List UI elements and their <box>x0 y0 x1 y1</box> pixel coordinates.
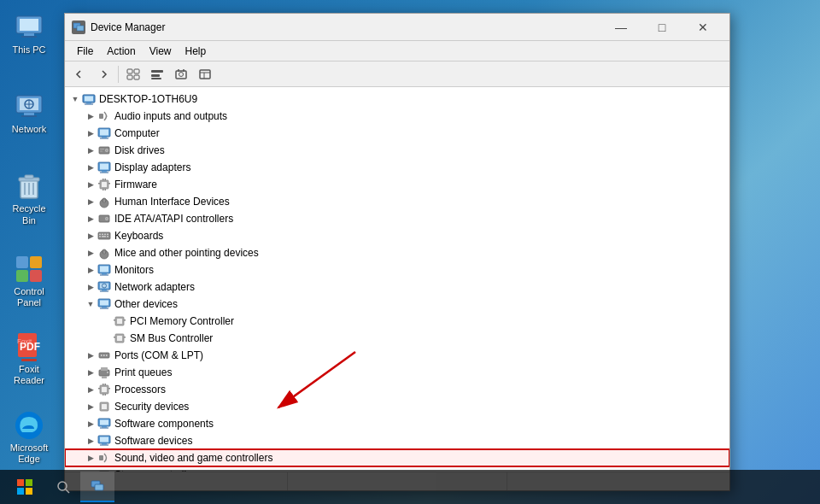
svg-rect-75 <box>99 234 101 236</box>
tree-item-sound-video[interactable]: ▶ Sound, video and game controllers <box>65 449 729 466</box>
disk-label: Disk drives <box>114 144 165 156</box>
security-expand: ▶ <box>84 400 97 413</box>
svg-rect-54 <box>100 149 104 149</box>
svg-rect-111 <box>101 367 108 371</box>
menu-file[interactable]: File <box>70 44 100 59</box>
svg-rect-65 <box>105 179 107 180</box>
tree-item-hid[interactable]: ▶ Human Interface Devices <box>65 193 729 210</box>
sound-video-expand: ▶ <box>84 451 97 465</box>
foxit-reader-label: Foxit Reader <box>5 364 53 386</box>
svg-rect-125 <box>100 420 108 425</box>
ide-expand: ▶ <box>84 212 97 226</box>
close-button[interactable]: ✕ <box>683 16 723 38</box>
toolbar-btn-5[interactable] <box>170 64 192 85</box>
tree-root[interactable]: ▼ DESKTOP-1OTH6U9 <box>65 91 729 108</box>
root-expand-icon: ▼ <box>68 92 82 106</box>
menu-action[interactable]: Action <box>100 44 142 59</box>
tree-item-smbus[interactable]: SM Bus Controller <box>65 330 729 347</box>
back-button[interactable] <box>68 64 91 85</box>
ports-label: Ports (COM & LPT) <box>114 349 203 361</box>
svg-rect-62 <box>98 183 100 185</box>
firmware-icon <box>97 178 111 191</box>
svg-rect-144 <box>17 488 24 495</box>
display-icon <box>97 161 111 174</box>
tree-item-ide[interactable]: ▶ IDE ATA/ATAPI controllers <box>65 210 729 227</box>
svg-point-36 <box>179 72 184 76</box>
start-button[interactable] <box>3 472 46 502</box>
software-devices-expand: ▶ <box>84 434 97 448</box>
tree-item-software-components[interactable]: ▶ Software components <box>65 415 729 432</box>
svg-point-113 <box>107 372 108 373</box>
svg-rect-109 <box>106 355 108 356</box>
disk-icon <box>97 144 111 157</box>
tree-item-firmware[interactable]: ▶ Firmware <box>65 176 729 193</box>
svg-rect-104 <box>114 337 115 338</box>
tree-item-mice[interactable]: ▶ Mice and other pointing devices <box>65 244 729 261</box>
network-adapters-expand: ▶ <box>84 280 97 294</box>
svg-rect-100 <box>114 319 115 321</box>
control-panel-icon[interactable]: Control Panel <box>2 250 56 312</box>
foxit-reader-icon[interactable]: PDF Foxit Foxit Reader <box>2 328 56 390</box>
svg-rect-93 <box>100 291 108 292</box>
tree-content[interactable]: ▼ DESKTOP-1OTH6U9 ▶ <box>65 87 729 472</box>
svg-rect-49 <box>102 137 107 138</box>
window-controls: — □ ✕ <box>601 16 723 38</box>
device-manager-window: Device Manager — □ ✕ File Action View He… <box>64 13 730 491</box>
title-bar: Device Manager — □ ✕ <box>65 14 729 41</box>
print-expand: ▶ <box>84 366 97 379</box>
tree-view: ▼ DESKTOP-1OTH6U9 ▶ <box>65 87 729 472</box>
other-devices-icon <box>97 297 111 311</box>
menu-view[interactable]: View <box>143 44 179 59</box>
tree-item-disk[interactable]: ▶ Disk drives <box>65 142 729 159</box>
ports-icon <box>97 349 111 362</box>
menu-help[interactable]: Help <box>179 44 214 59</box>
svg-rect-64 <box>102 179 104 180</box>
svg-rect-79 <box>99 236 101 237</box>
network-icon[interactable]: Network <box>2 88 56 138</box>
svg-rect-142 <box>17 479 24 486</box>
this-pc-icon[interactable]: This PC <box>2 9 56 59</box>
computer-expand: ▶ <box>84 126 97 140</box>
svg-rect-20 <box>30 270 42 282</box>
desktop: This PC Network <box>0 0 820 504</box>
tree-item-audio[interactable]: ▶ Audio inputs and outputs <box>65 108 729 125</box>
svg-rect-99 <box>117 319 122 324</box>
tree-item-security[interactable]: ▶ Security devices <box>65 398 729 415</box>
tree-item-keyboard[interactable]: ▶ Keyboards <box>65 227 729 244</box>
tree-item-computer[interactable]: ▶ Computer <box>65 125 729 142</box>
tree-item-processors[interactable]: ▶ Processors <box>65 381 729 398</box>
tree-item-ports[interactable]: ▶ Ports (COM & LPT) <box>65 347 729 364</box>
taskbar-device-manager[interactable] <box>80 472 114 502</box>
toolbar-btn-6[interactable] <box>194 64 216 85</box>
software-components-label: Software components <box>114 418 214 430</box>
microsoft-edge-icon[interactable]: Microsoft Edge <box>2 407 56 468</box>
svg-line-147 <box>66 489 69 493</box>
svg-rect-30 <box>127 75 132 79</box>
forward-button[interactable] <box>92 64 114 85</box>
recycle-bin-icon[interactable]: Recycle Bin <box>2 167 56 229</box>
svg-rect-92 <box>102 290 107 291</box>
svg-rect-29 <box>134 69 139 73</box>
keyboard-icon <box>97 229 111 243</box>
mice-icon <box>97 246 111 260</box>
tree-item-pci[interactable]: PCI Memory Controller <box>65 313 729 330</box>
taskbar-search[interactable] <box>46 472 80 502</box>
tree-item-other-devices[interactable]: ▼ Other devices <box>65 296 729 313</box>
toolbar-btn-4[interactable] <box>146 64 168 85</box>
svg-rect-63 <box>108 183 110 185</box>
maximize-button[interactable]: □ <box>642 16 682 38</box>
network-adapters-label: Network adapters <box>114 281 195 293</box>
tree-item-network[interactable]: ▶ Network adapters <box>65 278 729 296</box>
monitors-icon <box>97 263 111 277</box>
minimize-button[interactable]: — <box>601 16 641 38</box>
svg-rect-13 <box>25 175 33 179</box>
tree-item-display[interactable]: ▶ Display adapters <box>65 159 729 176</box>
tree-item-print[interactable]: ▶ Print queues <box>65 364 729 381</box>
tree-item-monitors[interactable]: ▶ Monitors <box>65 261 729 278</box>
svg-rect-132 <box>99 455 103 460</box>
toolbar-btn-3[interactable] <box>122 64 144 85</box>
tree-item-software-devices[interactable]: ▶ Software devices <box>65 432 729 449</box>
svg-rect-39 <box>200 70 210 79</box>
svg-rect-44 <box>86 103 91 104</box>
svg-text:Foxit: Foxit <box>17 337 32 345</box>
